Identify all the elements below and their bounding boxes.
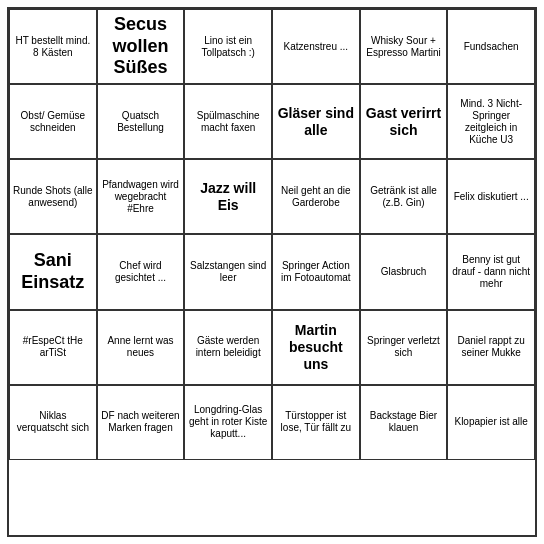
- bingo-cell[interactable]: Runde Shots (alle anwesend): [9, 159, 97, 234]
- bingo-cell[interactable]: Türstopper ist lose, Tür fällt zu: [272, 385, 360, 460]
- bingo-cell[interactable]: Obst/ Gemüse schneiden: [9, 84, 97, 159]
- bingo-cell[interactable]: Gast verirrt sich: [360, 84, 448, 159]
- bingo-cell[interactable]: Salzstangen sind leer: [184, 234, 272, 309]
- bingo-cell[interactable]: HT bestellt mind. 8 Kästen: [9, 9, 97, 84]
- bingo-cell[interactable]: Pfandwagen wird wegebracht #Ehre: [97, 159, 185, 234]
- bingo-cell[interactable]: Anne lernt was neues: [97, 310, 185, 385]
- bingo-cell[interactable]: Daniel rappt zu seiner Mukke: [447, 310, 535, 385]
- bingo-cell[interactable]: Springer Action im Foto­automat: [272, 234, 360, 309]
- bingo-cell[interactable]: Sani Einsatz: [9, 234, 97, 309]
- bingo-cell[interactable]: Glasbruch: [360, 234, 448, 309]
- bingo-cell[interactable]: DF nach weiteren Marken fragen: [97, 385, 185, 460]
- bingo-cell[interactable]: Gäste werden intern beleidigt: [184, 310, 272, 385]
- bingo-cell[interactable]: Secus wollen Süßes: [97, 9, 185, 84]
- bingo-cell[interactable]: Neil geht an die Garderobe: [272, 159, 360, 234]
- bingo-cell[interactable]: Gläser sind alle: [272, 84, 360, 159]
- bingo-cell[interactable]: Quatsch Bestellung: [97, 84, 185, 159]
- bingo-cell[interactable]: Spül­maschine macht faxen: [184, 84, 272, 159]
- bingo-cell[interactable]: Felix diskutiert ...: [447, 159, 535, 234]
- bingo-cell[interactable]: Chef wird gesichtet ...: [97, 234, 185, 309]
- bingo-cell[interactable]: Backstage Bier klauen: [360, 385, 448, 460]
- bingo-cell[interactable]: Klopapier ist alle: [447, 385, 535, 460]
- bingo-board: HT bestellt mind. 8 KästenSecus wollen S…: [7, 7, 537, 537]
- bingo-cell[interactable]: Martin besucht uns: [272, 310, 360, 385]
- bingo-cell[interactable]: Katzenstreu ...: [272, 9, 360, 84]
- bingo-cell[interactable]: Springer verletzt sich: [360, 310, 448, 385]
- bingo-cell[interactable]: Longdring-Glas geht in roter Kiste kaput…: [184, 385, 272, 460]
- bingo-cell[interactable]: #rEspeCt tHe arTiSt: [9, 310, 97, 385]
- bingo-cell[interactable]: Mind. 3 Nicht-Springer zeitgleich in Küc…: [447, 84, 535, 159]
- bingo-cell[interactable]: Benny ist gut drauf - dann nicht mehr: [447, 234, 535, 309]
- bingo-cell[interactable]: Whisky Sour + Espresso Martini: [360, 9, 448, 84]
- bingo-cell[interactable]: Getränk ist alle (z.B. Gin): [360, 159, 448, 234]
- bingo-cell[interactable]: Fundsachen: [447, 9, 535, 84]
- bingo-cell[interactable]: Niklas verquatscht sich: [9, 385, 97, 460]
- bingo-cell[interactable]: Jazz will Eis: [184, 159, 272, 234]
- bingo-cell[interactable]: Lino ist ein Tollpatsch :): [184, 9, 272, 84]
